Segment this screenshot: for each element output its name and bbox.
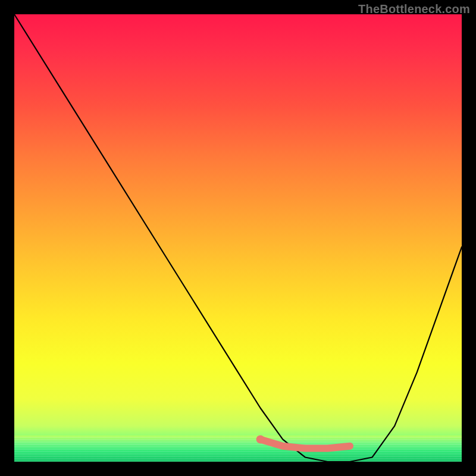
watermark-text: TheBottleneck.com [358, 2, 470, 16]
chart-container: TheBottleneck.com [0, 0, 476, 476]
highlight-band [256, 435, 350, 448]
curve-svg [14, 14, 462, 462]
svg-point-0 [256, 435, 265, 443]
plot-area [14, 14, 462, 462]
main-curve [14, 14, 462, 462]
